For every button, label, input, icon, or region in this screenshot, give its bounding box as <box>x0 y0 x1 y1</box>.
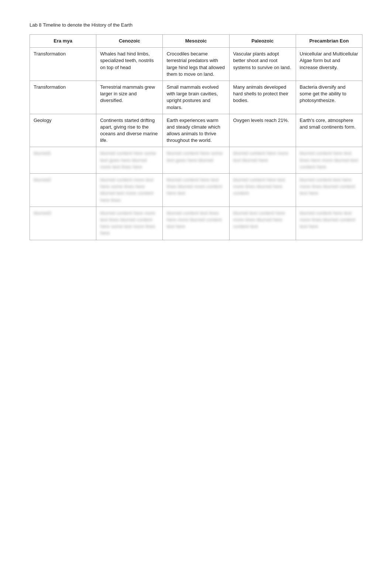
col-header-era: Era mya <box>30 35 96 48</box>
table-cell: Crocodiles became terrestrial predators … <box>163 48 229 81</box>
table-cell: Geology <box>30 114 96 147</box>
table-cell: blurred content text lines here more blu… <box>163 207 229 240</box>
table-cell: blurred content here some text goes here… <box>96 147 163 174</box>
table-cell: Whales had hind limbs, specialized teeth… <box>96 48 163 81</box>
table-cell: blurred2 <box>30 174 96 207</box>
table-cell: blurred content text here more lines blu… <box>296 174 362 207</box>
col-header-paleozoic: Paleozoic <box>229 35 296 48</box>
table-cell: Earth's core, atmosphere and small conti… <box>296 114 362 147</box>
table-cell: Earth experiences warm and steady climat… <box>163 114 229 147</box>
table-cell: blurred content here text more lines blu… <box>296 207 362 240</box>
table-cell: blurred content here text more lines blu… <box>229 174 296 207</box>
table-cell: blurred1 <box>30 147 96 174</box>
table-cell: blurred content here some text goes here… <box>163 147 229 174</box>
table-cell: blurred content here text lines here mor… <box>296 147 362 174</box>
table-cell: Many animals developed hard shells to pr… <box>229 81 296 114</box>
page-title: Lab 8 Timeline to denote the History of … <box>30 22 362 28</box>
table-cell: Unicellular and Multicellular Algae form… <box>296 48 362 81</box>
table-cell: blurred3 <box>30 207 96 240</box>
table-cell: Bacteria diversify and some get the abil… <box>296 81 362 114</box>
table-cell: blurred content here more text blurred h… <box>229 147 296 174</box>
table-cell: Terrestrial mammals grew larger in size … <box>96 81 163 114</box>
table-cell: Transformation <box>30 48 96 81</box>
col-header-cenozoic: Cenozoic <box>96 35 163 48</box>
col-header-precambrian: Precambrian Eon <box>296 35 362 48</box>
table-cell: Continents started drifting apart, givin… <box>96 114 163 147</box>
table-cell: blurred content more text here some line… <box>96 174 163 207</box>
table-cell: blurred text content here more lines blu… <box>229 207 296 240</box>
table-cell: Small mammals evolved with large brain c… <box>163 81 229 114</box>
table-cell: blurred content here more text lines blu… <box>96 207 163 240</box>
table-cell: Vascular plants adopt better shoot and r… <box>229 48 296 81</box>
table-cell: blurred content here text lines blurred … <box>163 174 229 207</box>
col-header-mesozoic: Mesozoic <box>163 35 229 48</box>
table-cell: Oxygen levels reach 21%. <box>229 114 296 147</box>
timeline-table: Era mya Cenozoic Mesozoic Paleozoic Prec… <box>30 34 362 240</box>
table-cell: Transformation <box>30 81 96 114</box>
